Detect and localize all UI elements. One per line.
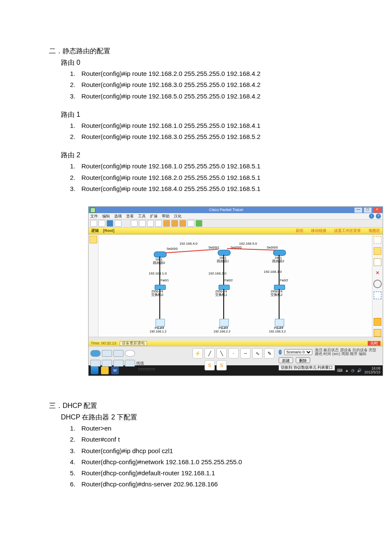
menu-chinese[interactable]: 汉化 <box>174 214 182 218</box>
toolbar-undo-icon[interactable] <box>147 220 154 227</box>
menu-tools[interactable]: 工具 <box>138 214 146 218</box>
wan-category-icon[interactable] <box>113 360 124 367</box>
router-category-icon[interactable] <box>90 350 101 357</box>
router0-serial-label: Se0/0/0 <box>167 247 178 251</box>
draw-line2-icon[interactable]: ╲ <box>216 348 227 358</box>
resize-tool-icon[interactable] <box>374 292 381 299</box>
move-link-button[interactable]: 移动链接 <box>311 229 326 233</box>
logical-bar: 逻辑 [Root] 新组 移动链接 设置工作区背景 视图区 <box>89 228 383 234</box>
tray-net-icon[interactable]: ◷ <box>351 369 355 373</box>
ie-icon[interactable] <box>91 367 98 374</box>
menu-view[interactable]: 查看 <box>126 214 134 218</box>
move-tool-icon[interactable] <box>374 247 381 255</box>
horizontal-scrollbar[interactable] <box>89 337 383 341</box>
router0-cmd-3: Router(config)#ip route 192.168.5.0 255.… <box>77 91 349 102</box>
enddevices-category-icon[interactable] <box>102 360 112 367</box>
link-sw0-pc0 <box>159 289 160 320</box>
inspect-tool-icon[interactable] <box>373 280 382 288</box>
tray-clock[interactable]: 16:08 2013/5/15 <box>364 367 380 375</box>
viewport-button[interactable]: 视图区 <box>369 229 380 233</box>
menu-file[interactable]: 文件 <box>90 214 98 218</box>
bottom-panel: ⚡ 线缆 ???????? ╱ ╲ · ╌ ∿ ✎ S S <box>89 346 383 365</box>
scenario-new-button[interactable]: 新建 <box>279 357 293 363</box>
scenario-columns: 激活 最后状态 源设备 目的设备 类型 颜色 时间 (sec) 周期 顺序 编辑 <box>315 348 381 356</box>
toolbar-print-icon[interactable] <box>115 220 121 227</box>
wireless-category-icon[interactable] <box>125 350 135 357</box>
toolbar-open-icon[interactable] <box>98 220 105 227</box>
toolbar-palette-icon[interactable] <box>187 220 194 227</box>
toolbar-save-icon[interactable] <box>107 220 113 227</box>
draw-edit-icon[interactable]: ✎ <box>264 348 274 358</box>
toolbar-paste-icon[interactable] <box>139 220 146 227</box>
pc2-ip: 192.168.3.2 <box>269 330 286 333</box>
draw-dot-icon[interactable]: · <box>228 348 239 358</box>
toolbar-copy-icon[interactable] <box>131 220 138 227</box>
scenario-delete-button[interactable]: 删除 <box>296 357 310 363</box>
switch-category-icon[interactable] <box>102 350 112 357</box>
menu-extensions[interactable]: 扩展 <box>150 214 158 218</box>
menu-options[interactable]: 选项 <box>114 214 122 218</box>
scenario-select[interactable]: Scenario 0 <box>284 349 312 355</box>
scenario-info-icon[interactable]: i <box>279 350 282 355</box>
link-sw2-pc2 <box>279 289 280 320</box>
pc1-icon[interactable] <box>219 319 229 327</box>
set-bg-button[interactable]: 设置工作区背景 <box>334 229 361 233</box>
toolbar-zoomreset-icon[interactable] <box>171 220 178 227</box>
draw-s-icon[interactable]: S <box>205 360 215 370</box>
window-buttons: — □ × <box>355 208 381 213</box>
delete-tool-icon[interactable]: × <box>374 269 381 276</box>
menu-help[interactable]: 帮助 <box>162 214 170 218</box>
draw-curve-icon[interactable]: ∿ <box>252 348 262 358</box>
draw-dash-icon[interactable]: ╌ <box>240 348 251 358</box>
toolbar-zoomout-icon[interactable] <box>179 220 186 227</box>
scenario-panel: i Scenario 0 激活 最后状态 源设备 目的设备 类型 颜色 时间 (… <box>277 347 383 365</box>
scenario-toggle-button[interactable]: 切换到 协议数据单元 列表窗口 <box>279 365 335 370</box>
draw-s2-icon[interactable]: S <box>216 360 227 370</box>
new-group-button[interactable]: 新组 <box>296 229 303 233</box>
realtime-button[interactable]: 实时 <box>368 341 380 346</box>
menu-edit[interactable]: 编辑 <box>102 214 110 218</box>
router2-icon[interactable] <box>273 250 286 256</box>
pc2-icon[interactable] <box>275 319 284 327</box>
minimize-button[interactable]: — <box>355 208 362 213</box>
custom-category-icon[interactable] <box>125 360 135 367</box>
toolbar-custom-icon[interactable] <box>196 220 202 227</box>
lightning-icon[interactable]: ⚡ <box>193 348 203 358</box>
info-icon[interactable]: i <box>369 214 374 219</box>
tray-flag-icon[interactable]: ▲ <box>345 369 349 373</box>
topology-canvas[interactable]: 192.168.4.0 192.168.5.0 Se0/0/0 1841 路由器… <box>98 234 372 337</box>
draw-line-icon[interactable]: ╱ <box>205 348 215 358</box>
help-icon[interactable]: ? <box>376 214 381 219</box>
toolbar-new-icon[interactable] <box>90 220 97 227</box>
dhcp-cmd-2: Router#conf t <box>77 434 349 445</box>
maximize-button[interactable]: □ <box>364 208 372 213</box>
router0-icon[interactable] <box>154 251 167 257</box>
tray-vol-icon[interactable]: 🔊 <box>357 369 362 373</box>
navigator-icon[interactable] <box>89 236 97 243</box>
close-button[interactable]: × <box>373 208 381 213</box>
router1-icon[interactable] <box>218 250 231 256</box>
note-tool-icon[interactable] <box>374 258 381 266</box>
root-label[interactable]: [Root] <box>103 229 115 233</box>
section-2-heading: 静态路由的配置 <box>63 47 110 55</box>
hub-category-icon[interactable] <box>113 350 124 357</box>
simple-pdu-icon[interactable] <box>374 318 381 326</box>
router2-serial-label: Se0/0/0 <box>267 246 278 249</box>
power-cycle-button[interactable]: 设备重新通电 <box>120 341 147 346</box>
pc0-icon[interactable] <box>156 319 165 327</box>
toolbar-redo-icon[interactable] <box>155 220 162 227</box>
router1-cmd-2: Router(config)#ip route 192.168.3.0 255.… <box>77 131 349 142</box>
lan3-label: 192.168.3.0 <box>264 270 282 274</box>
explorer-icon[interactable] <box>101 367 109 374</box>
tray-keyboard-icon[interactable]: ⌨ <box>337 369 343 373</box>
toolbar-zoomin-icon[interactable] <box>163 220 170 227</box>
dhcp-subtitle: DHCP 在路由器 2 下配置 <box>61 413 349 422</box>
complex-pdu-icon[interactable] <box>374 329 381 337</box>
router1-commands: Router(config)#ip route 192.168.1.0 255.… <box>49 120 349 143</box>
connections-category-icon[interactable] <box>90 360 101 367</box>
router2-cmd-2: Router(config)#ip route 192.168.2.0 255.… <box>77 172 349 183</box>
select-tool-icon[interactable] <box>374 236 381 244</box>
lan2-label: 192.168.2.0 <box>208 272 226 275</box>
word-icon[interactable]: W <box>111 367 119 374</box>
logic-label[interactable]: 逻辑 <box>91 229 99 233</box>
